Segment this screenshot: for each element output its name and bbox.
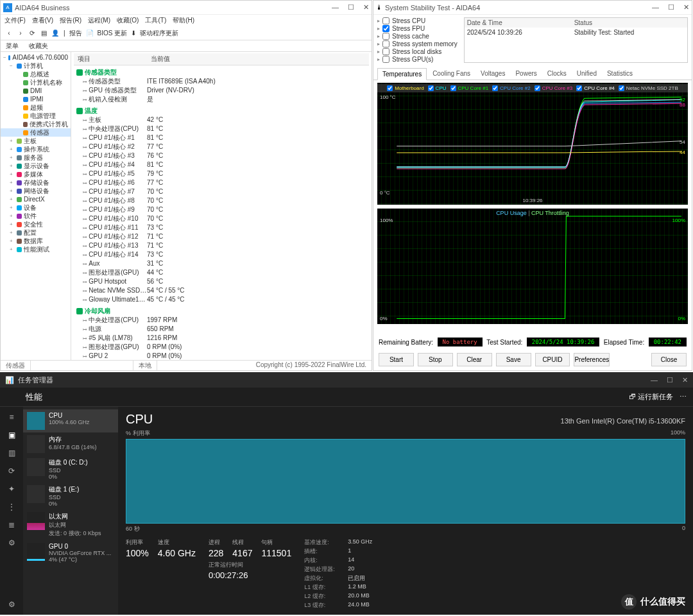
tm-nav-icon[interactable]: ▣ bbox=[6, 430, 17, 440]
tree-item[interactable]: DMI bbox=[1, 87, 71, 95]
tm-perf-list[interactable]: CPU100% 4.60 GHz 内存6.8/47.8 GB (14%) 磁盘 … bbox=[23, 407, 118, 615]
back-button[interactable]: ‹ bbox=[4, 29, 13, 38]
save-button[interactable]: Save bbox=[496, 353, 531, 366]
minimize-button[interactable]: — bbox=[332, 3, 339, 12]
tm-perf-item[interactable]: 磁盘 1 (E:)SSD0% bbox=[23, 483, 118, 509]
tree-item[interactable]: −计算机 bbox=[1, 62, 71, 70]
tree-item[interactable]: +网络设备 bbox=[1, 187, 71, 195]
tree-item[interactable]: IPMI bbox=[1, 95, 71, 103]
tm-tab-performance[interactable]: 性能 bbox=[26, 391, 42, 403]
menu-fav[interactable]: 收藏(O) bbox=[117, 16, 139, 25]
tm-nav-icon[interactable]: ≣ bbox=[6, 520, 17, 530]
legend-item[interactable]: CPU Core #1 bbox=[450, 85, 489, 91]
menu-help[interactable]: 帮助(H) bbox=[173, 16, 194, 25]
tm-perf-item[interactable]: 磁盘 0 (C: D:)SSD0% bbox=[23, 456, 118, 483]
stab-tab[interactable]: Temperatures bbox=[377, 68, 427, 80]
stab-min[interactable]: — bbox=[652, 3, 659, 12]
close-dialog-button[interactable]: Close bbox=[651, 353, 687, 366]
tm-nav-icon[interactable]: ≡ bbox=[6, 412, 17, 422]
tm-close[interactable]: ✕ bbox=[682, 376, 688, 384]
cpuid-button[interactable]: CPUID bbox=[535, 353, 570, 366]
menu-report[interactable]: 报告(R) bbox=[60, 16, 81, 25]
tm-more-icon[interactable]: ⋯ bbox=[680, 393, 687, 401]
start-button[interactable]: Start bbox=[379, 353, 414, 366]
aida-tree[interactable]: −AIDA64 v6.70.6000−计算机总概述计算机名称DMIIPMI超频电… bbox=[1, 52, 71, 360]
tree-item[interactable]: +存储设备 bbox=[1, 178, 71, 187]
tree-item[interactable]: +软件 bbox=[1, 212, 71, 220]
prefs-button[interactable]: Preferences bbox=[574, 353, 610, 366]
legend-item[interactable]: Netac NVMe SSD 2TB bbox=[619, 85, 678, 91]
tree-item[interactable]: +设备 bbox=[1, 203, 71, 212]
menu-file[interactable]: 文件(F) bbox=[4, 16, 26, 25]
tab-fav[interactable]: 收藏夹 bbox=[24, 40, 53, 51]
stress-option[interactable]: ▸Stress local disks bbox=[377, 48, 458, 55]
close-button[interactable]: ✕ bbox=[363, 3, 369, 12]
tm-titlebar[interactable]: 📊 任务管理器 — ☐ ✕ bbox=[0, 372, 693, 388]
stab-max[interactable]: ☐ bbox=[668, 3, 674, 12]
tree-item[interactable]: +安全性 bbox=[1, 220, 71, 228]
tree-item[interactable]: +配置 bbox=[1, 228, 71, 237]
tree-item[interactable]: +性能测试 bbox=[1, 245, 71, 253]
tm-nav-icon[interactable]: ▥ bbox=[6, 448, 17, 458]
tree-item[interactable]: 总概述 bbox=[1, 70, 71, 78]
menu-tools[interactable]: 工具(T) bbox=[145, 16, 166, 25]
forward-button[interactable]: › bbox=[16, 29, 25, 38]
menu-remote[interactable]: 远程(M) bbox=[88, 16, 110, 25]
tree-item[interactable]: +操作系统 bbox=[1, 145, 71, 153]
legend-item[interactable]: CPU Core #4 bbox=[576, 85, 615, 91]
tree-item[interactable]: +主板 bbox=[1, 137, 71, 145]
tm-min[interactable]: — bbox=[651, 376, 658, 384]
tree-item[interactable]: 计算机名称 bbox=[1, 78, 71, 87]
tree-item[interactable]: +DirectX bbox=[1, 195, 71, 203]
stress-option[interactable]: ▸Stress cache bbox=[377, 33, 458, 40]
toolbar-report[interactable]: 报告 bbox=[69, 29, 82, 38]
stab-close[interactable]: ✕ bbox=[683, 3, 689, 12]
toolbar-driver[interactable]: 驱动程序更新 bbox=[140, 29, 178, 38]
tm-nav-icon[interactable]: ⋮ bbox=[6, 502, 17, 512]
tm-nav-icon[interactable]: ⚙ bbox=[6, 538, 17, 548]
menu-view[interactable]: 查看(V) bbox=[32, 16, 53, 25]
stab-tab[interactable]: Unified bbox=[572, 68, 601, 80]
stress-option[interactable]: ▸Stress GPU(s) bbox=[377, 56, 458, 63]
tree-item[interactable]: +显示设备 bbox=[1, 162, 71, 170]
tree-item[interactable]: +多媒体 bbox=[1, 170, 71, 178]
tm-perf-item[interactable]: 以太网以太网发送: 0 接收: 0 Kbps bbox=[23, 509, 118, 540]
tm-perf-item[interactable]: 内存6.8/47.8 GB (14%) bbox=[23, 432, 118, 456]
tab-menu[interactable]: 菜单 bbox=[1, 40, 24, 51]
tm-perf-item[interactable]: CPU100% 4.60 GHz bbox=[23, 409, 118, 432]
user-icon[interactable]: 👤 bbox=[51, 29, 60, 38]
tree-item[interactable]: 超频 bbox=[1, 103, 71, 112]
legend-item[interactable]: CPU Core #3 bbox=[535, 85, 573, 91]
tree-item[interactable]: 电源管理 bbox=[1, 112, 71, 120]
tm-perf-item[interactable]: GPU 0NVIDIA GeForce RTX ...4% (47 °C) bbox=[23, 540, 118, 565]
settings-icon[interactable]: ⚙ bbox=[6, 599, 17, 610]
legend-item[interactable]: CPU bbox=[428, 85, 447, 91]
tree-item[interactable]: +数据库 bbox=[1, 237, 71, 245]
maximize-button[interactable]: ☐ bbox=[348, 3, 354, 12]
tm-nav-icon[interactable]: ⟳ bbox=[6, 466, 17, 476]
aida-detail[interactable]: 项目 当前值 传感器类型传感器类型ITE IT8689E (ISA A40h)G… bbox=[71, 52, 372, 360]
tree-item[interactable]: −AIDA64 v6.70.6000 bbox=[1, 53, 71, 62]
clear-button[interactable]: Clear bbox=[457, 353, 492, 366]
stress-option[interactable]: ▸Stress system memory bbox=[377, 40, 458, 47]
tree-item[interactable]: 传感器 bbox=[1, 128, 71, 137]
tm-max[interactable]: ☐ bbox=[667, 376, 673, 384]
refresh-button[interactable]: ⟳ bbox=[28, 29, 37, 38]
stab-tab[interactable]: Clocks bbox=[543, 68, 571, 80]
stab-tab[interactable]: Powers bbox=[511, 68, 541, 80]
tree-item[interactable]: 便携式计算机 bbox=[1, 120, 71, 128]
tree-item[interactable]: +服务器 bbox=[1, 153, 71, 162]
report-icon[interactable]: ▤ bbox=[39, 29, 48, 38]
run-new-task[interactable]: 🗗 运行新任务 bbox=[629, 392, 673, 402]
stress-option[interactable]: ▸Stress CPU bbox=[377, 17, 458, 24]
toolbar-bios[interactable]: BIOS 更新 bbox=[98, 29, 128, 38]
stab-tab[interactable]: Statistics bbox=[603, 68, 637, 80]
stab-tab[interactable]: Voltages bbox=[476, 68, 509, 80]
legend-item[interactable]: CPU Core #2 bbox=[492, 85, 531, 91]
stop-button[interactable]: Stop bbox=[418, 353, 453, 366]
aida-titlebar[interactable]: A AIDA64 Business — ☐ ✕ bbox=[1, 1, 372, 15]
tm-nav-icon[interactable]: ✦ bbox=[6, 484, 17, 494]
stab-titlebar[interactable]: 🌡 System Stability Test - AIDA64 — ☐ ✕ bbox=[373, 1, 692, 15]
stab-tab[interactable]: Cooling Fans bbox=[428, 68, 475, 80]
stress-option[interactable]: ▸Stress FPU bbox=[377, 25, 458, 32]
